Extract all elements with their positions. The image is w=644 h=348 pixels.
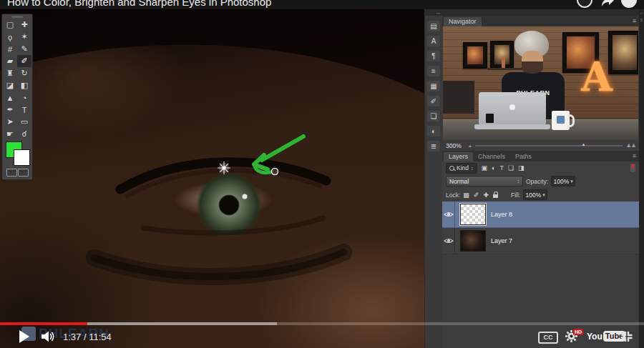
lock-position-icon[interactable]: ✚ bbox=[483, 192, 489, 199]
layer-name[interactable]: Layer 7 bbox=[491, 237, 512, 244]
blend-mode-value: Normal bbox=[449, 178, 469, 185]
tool-dodge-icon[interactable]: ◔ bbox=[17, 91, 31, 104]
filter-pixel-layers-icon[interactable]: ▣ bbox=[482, 164, 488, 171]
lock-all-icon[interactable] bbox=[493, 194, 498, 198]
tab-channels[interactable]: Channels bbox=[473, 152, 510, 161]
lock-pixels-icon[interactable]: ✐ bbox=[474, 192, 479, 199]
video-title[interactable]: How to Color, Brighten and Sharpen Eyes … bbox=[7, 0, 271, 8]
filter-kind-label: Kind bbox=[457, 164, 469, 171]
blend-mode-dropdown[interactable]: Normal ↕ bbox=[446, 176, 523, 187]
opacity-label: Opacity: bbox=[526, 178, 548, 185]
video-title-bar: How to Color, Brighten and Sharpen Eyes … bbox=[0, 0, 644, 9]
watch-later-icon[interactable] bbox=[577, 0, 592, 8]
hd-badge: HD bbox=[573, 329, 583, 335]
presenter-beard bbox=[522, 61, 543, 74]
tool-eyedropper-icon[interactable]: ✎ bbox=[17, 43, 31, 55]
filter-smart-objects-icon[interactable]: ◨ bbox=[518, 164, 525, 171]
tool-blur-icon[interactable]: ▲ bbox=[3, 91, 17, 104]
screen-mode-button[interactable] bbox=[18, 169, 29, 177]
tool-move-icon[interactable]: ✚ bbox=[17, 19, 31, 31]
opacity-value: 100% bbox=[554, 178, 570, 185]
volume-button[interactable] bbox=[42, 331, 56, 345]
zoom-out-mountain-icon[interactable]: ▲ bbox=[468, 144, 472, 148]
fullscreen-button[interactable] bbox=[620, 330, 634, 346]
navigator-preview[interactable]: A PHLEARN bbox=[443, 26, 638, 140]
filter-kind-arrows-icon: ↕ bbox=[471, 166, 474, 171]
tool-eraser-icon[interactable]: ◪ bbox=[3, 79, 17, 91]
adjustments-panel-icon[interactable]: ◐ bbox=[427, 126, 440, 136]
dock-icon-list: ▤ A ¶ ≡ ▦ ✐ ❏ ◐ ≣ bbox=[425, 16, 442, 151]
swatches-panel-icon[interactable]: ▦ bbox=[427, 81, 440, 91]
layer-comps-panel-icon[interactable]: ❏ bbox=[427, 111, 440, 121]
captions-button[interactable]: CC bbox=[538, 332, 558, 344]
tool-healing-brush-icon[interactable]: ▰ bbox=[3, 55, 17, 67]
layer-row-layer-8[interactable]: Layer 8 bbox=[442, 202, 639, 228]
edge-menu-icon[interactable]: ≡ bbox=[639, 16, 644, 24]
panel-column-header bbox=[442, 9, 639, 16]
background-color-swatch[interactable] bbox=[14, 149, 30, 166]
opacity-value-field[interactable]: 100% ▾ bbox=[551, 176, 575, 187]
tab-navigator[interactable]: Navigator bbox=[444, 17, 482, 26]
navigator-panel-menu-icon[interactable]: ≡ bbox=[633, 18, 636, 24]
tool-rectangular-marquee-icon[interactable]: ▢ bbox=[3, 19, 17, 31]
fill-value-field[interactable]: 100% ▾ bbox=[523, 189, 547, 200]
filter-kind-dropdown[interactable]: Kind ↕ bbox=[446, 163, 477, 174]
more-options-icon[interactable] bbox=[621, 0, 637, 8]
character-panel-icon[interactable]: A bbox=[427, 36, 440, 46]
filter-type-layers-icon[interactable]: T bbox=[499, 164, 504, 171]
mug-logo bbox=[557, 116, 565, 124]
tool-crop-icon[interactable]: # bbox=[3, 43, 17, 55]
toolbar-grip[interactable] bbox=[11, 16, 23, 18]
tab-layers[interactable]: Layers bbox=[444, 152, 473, 161]
fullscreen-icon bbox=[620, 330, 634, 343]
lock-icons: ▩ ✐ ✚ bbox=[463, 192, 498, 199]
photo-overlay bbox=[0, 9, 424, 348]
visibility-eye-icon bbox=[444, 211, 454, 218]
zoom-in-mountain-icon[interactable]: ▲▲ bbox=[625, 142, 635, 149]
layer-visibility-cell[interactable] bbox=[442, 228, 455, 254]
edge-collapse-icon[interactable]: ↔ bbox=[639, 9, 644, 16]
zoom-level-value[interactable]: 300% bbox=[446, 142, 465, 149]
lock-transparency-icon[interactable]: ▩ bbox=[463, 192, 469, 199]
layer-visibility-cell[interactable] bbox=[442, 202, 455, 227]
tool-brush-icon[interactable]: ✐ bbox=[17, 55, 31, 67]
properties-panel-icon[interactable]: ≣ bbox=[427, 141, 440, 151]
coffee-mug bbox=[552, 111, 570, 130]
layers-panel-menu-icon[interactable]: ≡ bbox=[633, 153, 636, 159]
zoom-slider[interactable]: ▲ bbox=[475, 145, 623, 146]
layer-thumbnail-transparent[interactable] bbox=[460, 204, 486, 225]
quick-mask-button[interactable] bbox=[6, 169, 17, 177]
tool-lasso-icon[interactable]: ϙ bbox=[3, 31, 17, 43]
zoom-slider-thumb[interactable]: ▲ bbox=[581, 142, 585, 146]
filter-shape-layers-icon[interactable]: ❏ bbox=[508, 164, 514, 171]
layer-thumbnail-photo[interactable] bbox=[460, 230, 486, 252]
tool-clone-stamp-icon[interactable]: ♜ bbox=[3, 67, 17, 79]
filter-adjustment-layers-icon[interactable]: ◐ bbox=[492, 164, 495, 171]
tool-path-selection-icon[interactable]: ➤ bbox=[3, 116, 17, 128]
navigator-zoom-bar: 300% ▲ ▲ ▲▲ bbox=[442, 140, 639, 151]
layer-row-layer-7[interactable]: Layer 7 bbox=[442, 228, 639, 254]
share-icon[interactable] bbox=[600, 0, 615, 8]
styles-panel-icon[interactable]: ≡ bbox=[427, 66, 440, 76]
shelf-candle bbox=[502, 56, 505, 68]
clone-source-panel-icon[interactable]: ▤ bbox=[427, 21, 440, 31]
eye-photo-canvas[interactable] bbox=[0, 9, 424, 348]
play-button[interactable] bbox=[19, 330, 29, 343]
paragraph-panel-icon[interactable]: ¶ bbox=[427, 51, 440, 61]
lock-label: Lock: bbox=[446, 192, 460, 199]
tool-shape-icon[interactable]: ▭ bbox=[17, 116, 31, 128]
tool-hand-icon[interactable]: ☛ bbox=[3, 128, 17, 140]
layer-name[interactable]: Layer 8 bbox=[491, 211, 512, 218]
tab-paths[interactable]: Paths bbox=[510, 152, 537, 161]
settings-button[interactable]: HD bbox=[565, 329, 585, 345]
brush-presets-panel-icon[interactable]: ✐ bbox=[427, 96, 440, 106]
dock-collapse-icon[interactable]: ↔ bbox=[425, 9, 442, 16]
tool-quick-selection-icon[interactable]: ✶ bbox=[17, 31, 31, 43]
tool-zoom-icon[interactable]: ☌ bbox=[17, 128, 31, 140]
tool-history-brush-icon[interactable]: ↻ bbox=[17, 67, 31, 79]
tool-type-icon[interactable]: T bbox=[17, 104, 31, 116]
tool-pen-icon[interactable]: ✒ bbox=[3, 104, 17, 116]
laptop-base bbox=[474, 124, 550, 129]
tool-gradient-icon[interactable]: ◧ bbox=[17, 79, 31, 91]
filter-toggle-switch[interactable] bbox=[630, 164, 635, 172]
